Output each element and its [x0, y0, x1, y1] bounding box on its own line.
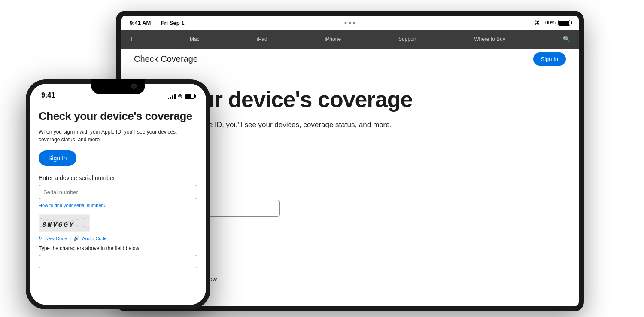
tablet-date: Fri Sep 1: [161, 20, 185, 26]
signin-button-header[interactable]: Sign In: [533, 52, 566, 66]
audio-icon-phone: 🔊: [73, 235, 79, 241]
status-dot-2: [349, 22, 351, 24]
phone-subtext: When you sign in with your Apple ID, you…: [39, 128, 197, 143]
tablet-status-bar: 9:41 AM Fri Sep 1 ⌘ 100%: [121, 16, 579, 30]
phone-serial-section-label: Enter a device serial number: [39, 174, 197, 181]
phone-captcha-image: 8NVGGY: [39, 214, 90, 232]
signal-bars-icon: [168, 93, 176, 99]
tablet-time: 9:41 AM: [130, 20, 151, 26]
phone-type-chars-label: Type the characters above in the field b…: [39, 245, 197, 251]
nav-item-mac[interactable]: Mac: [190, 36, 200, 42]
phone-new-code-link[interactable]: New Code: [45, 236, 67, 241]
signin-button-phone[interactable]: Sign In: [39, 150, 76, 166]
tablet-time-date: 9:41 AM Fri Sep 1: [130, 20, 185, 26]
captcha-separator: |: [70, 236, 71, 241]
search-icon[interactable]: 🔍: [563, 36, 570, 43]
battery-icon: [558, 20, 570, 26]
phone-captcha-input[interactable]: [39, 255, 197, 268]
nav-items:  Mac iPad iPhone Support Where to Buy 🔍: [130, 35, 570, 43]
phone-serial-input[interactable]: [39, 185, 197, 199]
status-dot-1: [345, 22, 347, 24]
battery-fill: [559, 21, 569, 25]
scene: 9:41 AM Fri Sep 1 ⌘ 100%: [0, 0, 644, 317]
nav-item-ipad[interactable]: iPad: [257, 36, 267, 42]
tablet-status-right: ⌘ 100%: [534, 19, 570, 26]
tablet-battery-percent: 100%: [542, 20, 556, 26]
phone-content: Check your device's coverage When you si…: [30, 103, 206, 275]
refresh-icon: ↻: [39, 235, 43, 241]
wifi-icon-phone: ⊚: [178, 93, 182, 99]
signal-bar-4: [174, 94, 176, 99]
phone-notch: [91, 79, 145, 94]
signal-bar-1: [168, 98, 169, 99]
camera-icon: [131, 84, 137, 89]
battery-icon-phone: [185, 94, 195, 99]
wifi-icon: ⌘: [534, 19, 540, 26]
nav-item-iphone[interactable]: iPhone: [325, 36, 341, 42]
phone-screen: 9:41 ⊚ Check your device's covera: [30, 84, 206, 305]
phone-status-icons: ⊚: [168, 93, 195, 99]
status-dot-3: [353, 22, 355, 24]
tablet-nav:  Mac iPad iPhone Support Where to Buy 🔍: [121, 30, 579, 49]
phone-captcha-svg: 8NVGGY: [40, 215, 89, 231]
captcha-text: 8NVGGY: [42, 221, 75, 229]
phone-time: 9:41: [41, 91, 55, 99]
phone-audio-code-link[interactable]: Audio Code: [82, 236, 107, 241]
tablet-subheader: Check Coverage Sign In: [121, 49, 579, 70]
apple-logo-icon[interactable]: : [130, 35, 132, 43]
check-coverage-title: Check Coverage: [134, 54, 198, 64]
nav-item-where-to-buy[interactable]: Where to Buy: [474, 36, 505, 42]
signal-bar-3: [172, 95, 173, 99]
phone-device: 9:41 ⊚ Check your device's covera: [26, 79, 210, 309]
phone-how-to-find-link[interactable]: How to find your serial number ›: [39, 203, 197, 208]
signal-bar-2: [170, 97, 171, 99]
battery-fill-phone: [185, 94, 191, 98]
phone-captcha-actions: ↻ New Code | 🔊 Audio Code: [39, 235, 197, 241]
nav-item-support[interactable]: Support: [398, 36, 416, 42]
phone-main-heading: Check your device's coverage: [39, 110, 197, 123]
